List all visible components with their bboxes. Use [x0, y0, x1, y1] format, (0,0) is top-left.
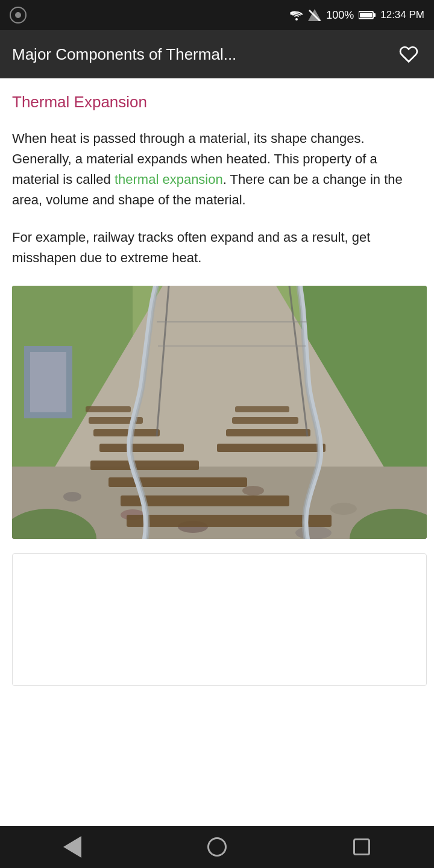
svg-rect-3: [360, 13, 372, 17]
svg-rect-31: [232, 417, 298, 424]
nav-back-button[interactable]: [54, 829, 90, 865]
svg-point-18: [330, 503, 357, 515]
heart-icon: [399, 45, 418, 64]
svg-point-15: [63, 492, 81, 502]
svg-point-17: [242, 486, 264, 495]
recents-icon: [353, 838, 370, 855]
railway-svg: [12, 286, 427, 539]
svg-rect-4: [374, 13, 376, 17]
railway-image: [12, 286, 427, 539]
status-bar: 100% 12:34 PM: [0, 0, 434, 30]
paragraph-2: For example, railway tracks often expand…: [12, 227, 422, 268]
status-bar-left: [10, 7, 27, 24]
home-icon: [207, 837, 227, 857]
battery-percent: 100%: [326, 9, 354, 22]
app-bar: Major Components of Thermal...: [0, 30, 434, 78]
svg-rect-28: [86, 406, 131, 412]
app-bar-title: Major Components of Thermal...: [12, 45, 236, 64]
paragraph-1: When heat is passed through a material, …: [12, 128, 422, 210]
svg-rect-12: [30, 352, 66, 412]
status-bar-right: 100% 12:34 PM: [290, 9, 424, 22]
svg-rect-26: [93, 429, 160, 436]
main-content: Thermal Expansion When heat is passed th…: [0, 78, 434, 686]
favorite-button[interactable]: [395, 41, 422, 68]
svg-rect-32: [235, 406, 289, 412]
section-title: Thermal Expansion: [12, 93, 422, 112]
svg-rect-29: [217, 444, 326, 452]
status-time: 12:34 PM: [380, 9, 424, 21]
svg-rect-24: [127, 515, 332, 527]
nav-recents-button[interactable]: [344, 829, 380, 865]
nav-home-button[interactable]: [199, 829, 235, 865]
thermal-expansion-link[interactable]: thermal expansion: [115, 172, 223, 187]
svg-rect-21: [90, 461, 199, 470]
svg-rect-22: [108, 477, 247, 487]
back-icon: [63, 836, 81, 858]
wifi-icon: [290, 10, 303, 20]
bottom-nav: [0, 826, 434, 868]
signal-icon: [308, 9, 321, 21]
settings-icon: [10, 7, 27, 24]
battery-icon: [359, 10, 376, 20]
bottom-card: [12, 553, 427, 686]
svg-rect-25: [99, 444, 184, 452]
svg-point-20: [295, 526, 332, 539]
svg-rect-30: [226, 429, 310, 436]
